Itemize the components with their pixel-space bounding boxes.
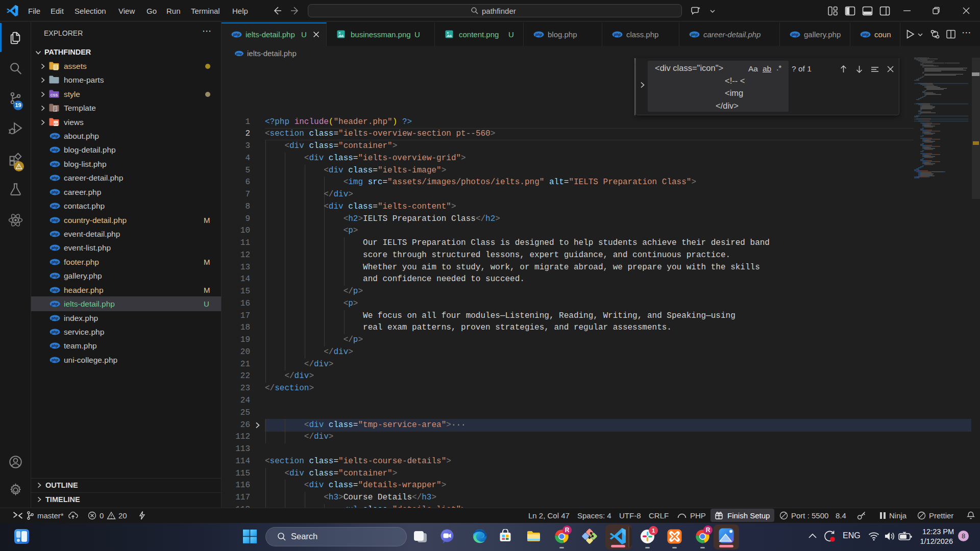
svg-text:php: php [51,162,59,166]
svg-text:php: php [51,218,59,222]
svg-text:php: php [51,288,59,292]
svg-text:php: php [51,246,59,250]
svg-text:php: php [51,134,59,138]
svg-text:php: php [535,33,543,37]
svg-text:CSS: CSS [51,93,58,96]
svg-text:php: php [51,316,59,320]
svg-text:php: php [791,33,799,37]
svg-text:php: php [51,204,59,208]
svg-text:php: php [51,190,59,194]
svg-text:php: php [51,232,59,236]
svg-text:php: php [51,358,59,362]
svg-text:php: php [51,330,59,334]
svg-text:php: php [51,176,59,180]
svg-text:<>: <> [54,121,58,126]
svg-text:php: php [614,33,621,37]
svg-text:php: php [862,33,869,37]
svg-text:php: php [51,302,59,306]
svg-text:php: php [691,33,698,37]
svg-text:php: php [233,33,240,37]
svg-text:php: php [51,260,59,264]
svg-text:php: php [51,274,59,278]
svg-text:php: php [51,344,59,348]
svg-text:php: php [236,52,242,55]
svg-text:php: php [51,148,59,152]
